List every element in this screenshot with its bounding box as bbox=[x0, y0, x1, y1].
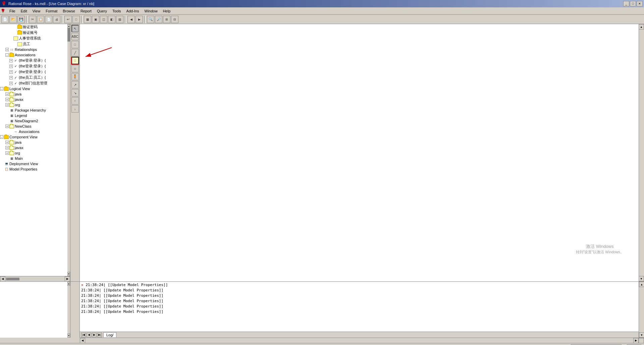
expand-btn[interactable]: + bbox=[5, 92, 9, 96]
tb-open[interactable]: 📂 bbox=[9, 16, 17, 23]
sidebar-item-deployment-view[interactable]: 💻 Deployment View bbox=[0, 161, 67, 166]
list-item[interactable]: + ↕↕ Relationships bbox=[0, 47, 67, 52]
sidebar-item-model-properties[interactable]: 📋 Model Properties bbox=[0, 166, 67, 172]
expand-btn[interactable]: + bbox=[5, 151, 9, 155]
list-item[interactable]: + java bbox=[0, 140, 67, 145]
expand-btn[interactable]: + bbox=[9, 70, 13, 74]
preview-vscroll-track[interactable] bbox=[67, 286, 70, 334]
expand-btn[interactable]: + bbox=[5, 103, 9, 107]
canvas-hscroll-left[interactable]: ◀ bbox=[80, 338, 85, 343]
menu-edit[interactable]: Edit bbox=[18, 8, 30, 14]
list-item[interactable]: + javax bbox=[0, 97, 67, 102]
tool-ellipse[interactable]: ○ bbox=[71, 65, 79, 72]
diagram-canvas[interactable]: 激活 Windows 转到"设置"以激活 Windows。 ▲ ▼ bbox=[80, 24, 644, 281]
tree-hscroll-left[interactable]: ◀ bbox=[0, 276, 5, 282]
win-close-btn[interactable]: ✕ bbox=[637, 1, 643, 6]
tb-btn6[interactable]: ▨ bbox=[116, 16, 123, 23]
log-scroll-track[interactable] bbox=[639, 287, 644, 332]
tab-log[interactable]: Log/ bbox=[103, 332, 116, 337]
expand-btn[interactable]: + bbox=[5, 98, 9, 101]
list-item[interactable]: ▦ Legend bbox=[0, 113, 67, 118]
list-item[interactable]: + ✓ (the登录:登录）( bbox=[0, 69, 67, 75]
sidebar-item-logical-view[interactable]: - Logical View bbox=[0, 86, 67, 91]
expand-btn[interactable]: + bbox=[9, 65, 13, 68]
tree-scroll-thumb[interactable] bbox=[67, 28, 70, 42]
expand-btn[interactable]: + bbox=[5, 141, 9, 144]
list-item[interactable]: ▦ Main bbox=[0, 156, 67, 161]
list-item[interactable]: + ✓ (the员工:员工）( bbox=[0, 75, 67, 80]
tb-btn1[interactable]: □ bbox=[72, 16, 80, 23]
sidebar-item-associations-bottom[interactable]: ─ Associations bbox=[0, 129, 67, 134]
list-item[interactable]: + ✓ (the部门信息管理 bbox=[0, 80, 67, 86]
win-maximize-btn[interactable]: □ bbox=[630, 1, 636, 6]
log-vscroll[interactable]: ▲ ▼ bbox=[639, 282, 644, 338]
tree-view[interactable]: 验证密码 验证账号 人事管理系统 bbox=[0, 24, 67, 276]
expand-btn[interactable]: - bbox=[5, 53, 9, 57]
expand-btn[interactable]: + bbox=[9, 59, 13, 62]
tb-btn4[interactable]: ◫ bbox=[100, 16, 107, 23]
list-item[interactable]: ▦ Package Hierarchy bbox=[0, 108, 67, 113]
list-item[interactable]: 人事管理系统 bbox=[0, 36, 67, 41]
sidebar-item-component-view[interactable]: - Component View bbox=[0, 134, 67, 140]
tb-fit[interactable]: ⊞ bbox=[163, 16, 170, 23]
menu-query[interactable]: Query bbox=[94, 8, 110, 14]
list-item[interactable]: + NewClass bbox=[0, 124, 67, 129]
log-last-btn[interactable]: ▶| bbox=[97, 333, 102, 337]
list-item[interactable]: + javax bbox=[0, 145, 67, 150]
log-first-btn[interactable]: |◀ bbox=[81, 333, 86, 337]
log-prev-btn[interactable]: ◀ bbox=[87, 333, 91, 337]
tb-forward[interactable]: ▶ bbox=[136, 16, 143, 23]
list-item[interactable]: + ✓ (the登录:登录）( bbox=[0, 58, 67, 63]
tb-btn3[interactable]: ▣ bbox=[92, 16, 99, 23]
sidebar-item-associations-top[interactable]: - Associations bbox=[0, 52, 67, 58]
menu-view[interactable]: View bbox=[30, 8, 43, 14]
list-item[interactable]: 验证账号 bbox=[0, 30, 67, 36]
canvas-hscroll-track[interactable] bbox=[86, 339, 633, 342]
tool-arrow2[interactable]: ↘ bbox=[71, 89, 79, 96]
tree-hscroll-track[interactable] bbox=[6, 278, 64, 280]
expand-btn[interactable]: + bbox=[5, 125, 9, 128]
log-next-btn[interactable]: ▶ bbox=[92, 333, 97, 337]
tree-scroll-down[interactable]: ▼ bbox=[67, 272, 70, 276]
menu-format[interactable]: Format bbox=[43, 8, 60, 14]
tool-actor[interactable]: 🧍 bbox=[71, 73, 79, 80]
canvas-vscroll-top-arrow[interactable]: ▲ bbox=[639, 24, 644, 29]
tb-paste[interactable]: 📄 bbox=[45, 16, 52, 23]
tree-scroll-up[interactable]: ▲ bbox=[67, 24, 70, 28]
list-item[interactable]: + org bbox=[0, 102, 67, 108]
tree-scroll-track[interactable] bbox=[67, 28, 70, 272]
tb-btn5[interactable]: ◧ bbox=[108, 16, 115, 23]
tree-hscrollbar[interactable]: ◀ ▶ bbox=[0, 276, 70, 281]
list-item[interactable]: + java bbox=[0, 91, 67, 97]
list-item[interactable]: 员工 bbox=[0, 41, 67, 47]
canvas-vscroll-bottom-arrow[interactable]: ▼ bbox=[639, 276, 644, 281]
menu-browse[interactable]: Browse bbox=[60, 8, 78, 14]
menu-window[interactable]: Window bbox=[142, 8, 160, 14]
menu-report[interactable]: Report bbox=[78, 8, 94, 14]
list-item[interactable]: + org bbox=[0, 150, 67, 156]
tb-zoom-out[interactable]: 🔎 bbox=[155, 16, 162, 23]
canvas-vscroll-track[interactable] bbox=[639, 29, 644, 276]
tree-hscroll-right[interactable]: ▶ bbox=[65, 276, 70, 282]
tb-back[interactable]: ◀ bbox=[127, 16, 135, 23]
tool-line[interactable]: ╱ bbox=[71, 49, 79, 56]
expand-btn[interactable]: - bbox=[0, 87, 3, 90]
list-item[interactable]: + ✓ (the登录:登录）( bbox=[0, 63, 67, 69]
menu-addins[interactable]: Add-Ins bbox=[124, 8, 142, 14]
tool-down[interactable]: ↓ bbox=[71, 105, 79, 113]
tb-save[interactable]: 💾 bbox=[17, 16, 25, 23]
preview-vscroll-up[interactable]: ▲ bbox=[67, 282, 70, 286]
tb-zoom-in[interactable]: 🔍 bbox=[147, 16, 154, 23]
expand-btn[interactable]: + bbox=[5, 48, 9, 51]
log-scroll-up[interactable]: ▲ bbox=[639, 282, 644, 287]
tb-btn7[interactable]: ⊟ bbox=[171, 16, 178, 23]
tb-copy[interactable]: 📋 bbox=[37, 16, 44, 23]
tool-up[interactable]: ↑ bbox=[71, 97, 79, 105]
tb-new[interactable]: 📄 bbox=[1, 16, 9, 23]
tb-undo[interactable]: ↩ bbox=[64, 16, 72, 23]
tool-select[interactable]: ↖ bbox=[71, 25, 79, 32]
canvas-hscrollbar[interactable]: ◀ ▶ bbox=[80, 338, 644, 343]
tool-folder[interactable]: □ bbox=[71, 57, 79, 64]
expand-btn[interactable]: + bbox=[5, 146, 9, 149]
tool-arrow1[interactable]: ↗ bbox=[71, 81, 79, 88]
